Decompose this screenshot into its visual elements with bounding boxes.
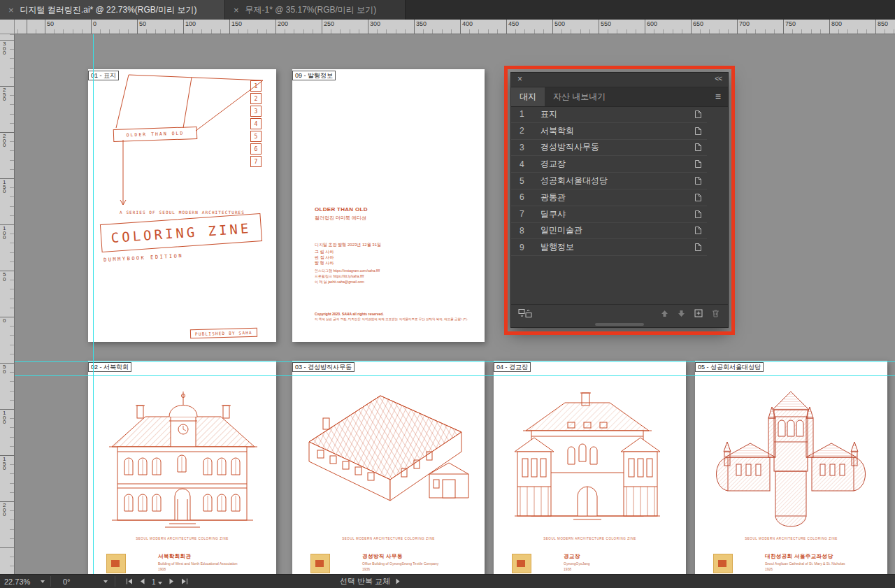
ruler-vertical[interactable]: 3 0 02 5 02 0 01 5 01 0 05 005 01 0 01 5… xyxy=(0,34,15,575)
artboard-row[interactable]: 2서북학회 xyxy=(511,123,707,140)
artboard-label[interactable]: 02 - 서북학회 xyxy=(88,362,131,372)
ruler-mark: 100 xyxy=(185,20,196,27)
page-icon[interactable] xyxy=(689,176,707,185)
document-tabbar: × 디지털 컬러링진.ai* @ 22.73%(RGB/미리 보기) × 무제-… xyxy=(0,0,895,20)
artboard-row-name: 발행정보 xyxy=(538,241,689,253)
page-icon[interactable] xyxy=(689,127,707,136)
collapse-icon[interactable]: << xyxy=(715,75,722,83)
artboard-row[interactable]: 8일민미술관 xyxy=(511,223,707,240)
cover-page-number: 5 xyxy=(250,131,262,142)
artboard-09-info[interactable]: 09 - 발행정보 OLDER THAN OLD 컬러링진 더미북 에디션 디지… xyxy=(292,69,485,342)
artboard-row-name: 경성방직사무동 xyxy=(538,141,689,153)
artboard-navigation: 1 xyxy=(126,575,188,588)
artboard-number-dropdown[interactable]: 1 xyxy=(152,578,162,586)
chevron-down-icon[interactable] xyxy=(41,575,45,588)
ruler-horizontal[interactable]: 5005010015020025030035040045050055060065… xyxy=(0,20,895,34)
next-artboard-icon[interactable] xyxy=(169,578,174,586)
close-icon[interactable]: × xyxy=(517,75,522,83)
strip-title: 대한성공회 서울주교좌성당 xyxy=(765,553,845,560)
zoom-level[interactable]: 22.73% xyxy=(4,575,30,588)
rotation-value[interactable]: 0° xyxy=(63,575,71,588)
canvas[interactable]: 01 - 표지 1234567 OLDER THAN OLD A SERIES … xyxy=(14,34,895,575)
info-credits: 그 림 사하 편 집 사하 발 행 사하 xyxy=(315,249,334,266)
ruler-origin-corner[interactable] xyxy=(0,20,15,34)
page-icon[interactable] xyxy=(689,193,707,202)
guide-horizontal[interactable] xyxy=(14,361,895,362)
panel-scrollbar[interactable] xyxy=(595,323,644,326)
guide-horizontal[interactable] xyxy=(14,375,895,376)
page-icon[interactable] xyxy=(689,210,707,219)
document-tab[interactable]: × 무제-1* @ 35.17%(RGB/미리 보기) xyxy=(225,0,406,20)
artboard-03-building[interactable]: 03 - 경성방직사무동 xyxy=(292,361,485,575)
new-artboard-icon[interactable] xyxy=(694,309,703,317)
delete-artboard-icon[interactable] xyxy=(712,309,719,317)
thumbnail-graphic xyxy=(111,560,120,567)
chevron-down-icon[interactable] xyxy=(103,575,108,588)
cover-page-number: 6 xyxy=(250,143,262,155)
info-contacts: 인스타그램 https://instagram.com/saha.ffff 프로… xyxy=(315,268,380,285)
info-credit-line: 편 집 사하 xyxy=(315,254,334,260)
strip-subtitle: Seoul Anglican Cathedral of St. Mary & S… xyxy=(765,561,845,566)
page-icon[interactable] xyxy=(689,143,707,152)
artboard-row[interactable]: 4경교장 xyxy=(511,156,707,173)
artboard-row[interactable]: 3경성방직사무동 xyxy=(511,140,707,157)
ruler-mark: 800 xyxy=(831,20,842,27)
artboard-row[interactable]: 1표지 xyxy=(511,106,707,123)
first-artboard-icon[interactable] xyxy=(126,578,133,586)
previous-artboard-icon[interactable] xyxy=(140,578,145,586)
artboard-05-building[interactable]: 05 - 성공회서울대성당 xyxy=(695,361,887,575)
building-illustration-seobuk xyxy=(95,382,269,534)
tab-artboards[interactable]: 대지 xyxy=(511,87,545,106)
artboard-02-building[interactable]: 02 - 서북학회 xyxy=(88,361,276,575)
building-illustration-textile xyxy=(299,382,473,534)
building-illustration-cathedral xyxy=(704,382,878,534)
strip-title: 서북학회회관 xyxy=(158,553,238,560)
page-icon[interactable] xyxy=(689,243,707,252)
ruler-mark: 750 xyxy=(785,20,796,27)
move-up-icon[interactable] xyxy=(661,310,668,317)
artboard-label[interactable]: 03 - 경성방직사무동 xyxy=(292,362,355,372)
ruler-mark: 1 0 0 xyxy=(3,411,6,425)
page-icon[interactable] xyxy=(689,110,707,119)
reference-photo-thumbnail xyxy=(310,554,330,573)
ruler-mark: 2 0 0 xyxy=(3,503,6,517)
artboard-label[interactable]: 05 - 성공회서울대성당 xyxy=(695,362,764,372)
ruler-mark: 5 0 xyxy=(3,273,6,282)
artboard-01-cover[interactable]: 01 - 표지 1234567 OLDER THAN OLD A SERIES … xyxy=(88,69,276,342)
cover-page-numbers: 1234567 xyxy=(250,80,262,168)
page-icon[interactable] xyxy=(689,159,707,168)
panel-menu-icon[interactable]: ≡ xyxy=(715,91,721,102)
last-artboard-icon[interactable] xyxy=(181,578,188,586)
cover-line-art xyxy=(88,69,276,342)
info-title: OLDER THAN OLD xyxy=(315,206,368,213)
document-tab-active[interactable]: × 디지털 컬러링진.ai* @ 22.73%(RGB/미리 보기) xyxy=(0,0,225,20)
artboard-label[interactable]: 09 - 발행정보 xyxy=(292,71,336,80)
strip-subtitle: Office Building of GyeongSeong Textile C… xyxy=(362,561,438,566)
artboard-row[interactable]: 6광통관 xyxy=(511,189,707,206)
ruler-mark: 300 xyxy=(370,20,380,27)
close-icon[interactable]: × xyxy=(8,6,14,15)
strip-text: 대한성공회 서울주교좌성당 Seoul Anglican Cathedral o… xyxy=(765,553,845,571)
artboard-row-number: 2 xyxy=(511,126,538,136)
guide-vertical[interactable] xyxy=(93,34,94,575)
artboard-row[interactable]: 9발행정보 xyxy=(511,239,707,256)
artboard-caption: SEOUL MODERN ARCHITECTURE COLORING ZINE xyxy=(292,537,485,540)
reference-photo-thumbnail xyxy=(713,554,733,573)
rearrange-artboards-icon[interactable] xyxy=(518,308,532,318)
artboard-label[interactable]: 04 - 경교장 xyxy=(494,362,531,372)
tab-asset-export[interactable]: 자산 내보내기 xyxy=(545,87,614,106)
strip-text: 경성방직 사무동 Office Building of GyeongSeong … xyxy=(362,553,438,571)
ruler-mark: 50 xyxy=(47,20,54,27)
status-menu-arrow-icon[interactable] xyxy=(396,575,400,588)
move-down-icon[interactable] xyxy=(678,310,685,317)
artboard-row[interactable]: 7딜쿠샤 xyxy=(511,206,707,223)
cover-page-number: 2 xyxy=(250,93,262,104)
artboards-panel: × << 대지 자산 내보내기 ≡ 1표지2서북학회3경성방직사무동4경교장5성… xyxy=(510,72,729,328)
ruler-mark: 150 xyxy=(231,20,242,27)
artboard-row[interactable]: 5성공회서울대성당 xyxy=(511,173,707,189)
close-icon[interactable]: × xyxy=(234,6,239,15)
info-issue-line: 디지털 초판 발행 2023년 12월 31일 xyxy=(315,242,381,248)
page-icon[interactable] xyxy=(689,226,707,235)
artboard-04-building[interactable]: 04 - 경교장 xyxy=(494,361,686,575)
artboard-row-name: 광통관 xyxy=(538,192,689,203)
